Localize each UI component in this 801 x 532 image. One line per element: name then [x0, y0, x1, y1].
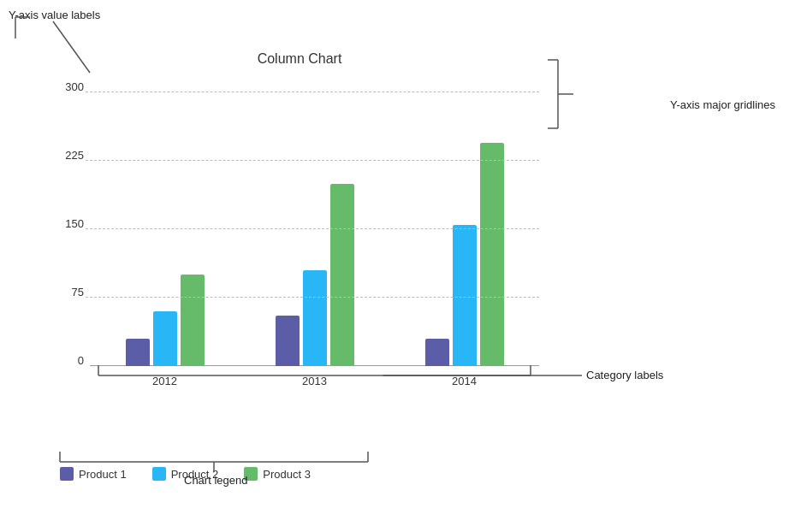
legend-color-swatch	[60, 467, 74, 481]
legend-label: Product 1	[79, 468, 127, 481]
bar-group	[389, 92, 539, 366]
main-container: Y-axis value labels Column Chart 2012201…	[0, 0, 801, 532]
legend-color-swatch	[244, 467, 258, 481]
bar-product2	[453, 225, 477, 366]
legend: Product 1Product 2Product 3	[60, 467, 311, 481]
bar-product3	[181, 275, 205, 366]
chart-container: Column Chart 201220132014 075150225300	[60, 51, 539, 376]
y-axis-gridlines-annotation: Y-axis major gridlines	[670, 98, 775, 111]
y-axis-gridlines-text: Y-axis major gridlines	[670, 98, 775, 111]
y-axis-label: 75	[60, 286, 84, 299]
bar-product1	[126, 339, 150, 366]
legend-item: Product 1	[60, 467, 127, 481]
legend-label: Product 3	[263, 468, 311, 481]
bar-product2	[303, 270, 327, 366]
chart-inner: 201220132014 075150225300	[60, 75, 539, 366]
bar-product3	[330, 184, 354, 366]
bar-group	[240, 92, 389, 366]
legend-item: Product 2	[152, 467, 219, 481]
bars-area	[90, 92, 539, 366]
bar-group	[90, 92, 240, 366]
gridline	[86, 92, 539, 92]
y-axis-label: 225	[60, 149, 84, 162]
legend-color-swatch	[152, 467, 166, 481]
x-category-label: 2014	[389, 375, 539, 387]
bar-product3	[480, 143, 504, 366]
y-axis-label-annotation: Y-axis value labels	[9, 9, 100, 21]
legend-label: Product 2	[171, 468, 219, 481]
bar-product1	[425, 339, 449, 366]
gridline	[86, 228, 539, 229]
y-axis-label: 0	[60, 354, 84, 367]
chart-title: Column Chart	[60, 51, 539, 67]
x-category-label: 2012	[90, 375, 240, 387]
y-axis-label: 150	[60, 217, 84, 230]
x-labels: 201220132014	[90, 375, 539, 387]
y-axis-label-text: Y-axis value labels	[9, 9, 100, 21]
bar-product2	[153, 311, 177, 366]
gridline	[86, 160, 539, 161]
y-axis-label: 300	[60, 80, 84, 93]
category-labels-annotation: Category labels	[586, 369, 664, 381]
bar-product1	[276, 316, 300, 366]
legend-item: Product 3	[244, 467, 311, 481]
x-category-label: 2013	[240, 375, 389, 387]
gridline	[86, 297, 539, 298]
